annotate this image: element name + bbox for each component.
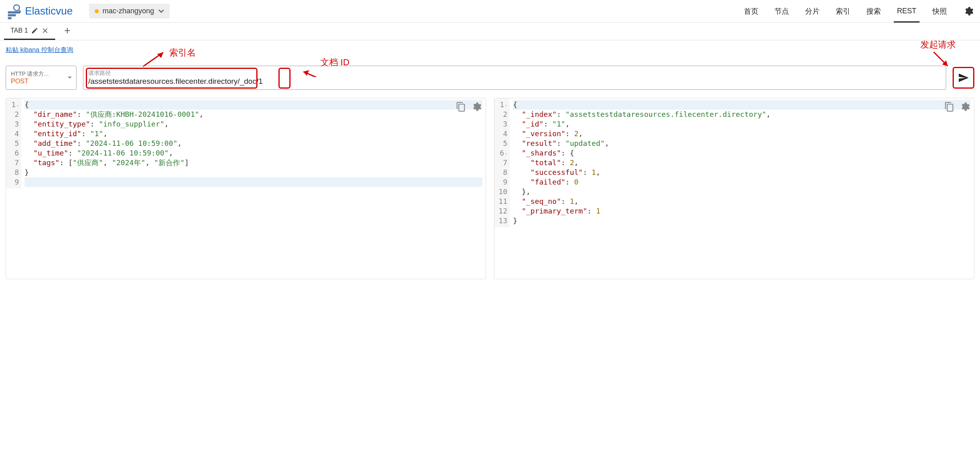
app-header: Elasticvue mac-zhangyong 首页 节点 分片 索引 搜索 …	[0, 0, 980, 23]
cluster-selector[interactable]: mac-zhangyong	[89, 4, 170, 19]
line-gutter: 1 ⌄23456 ⌄78910111213	[494, 98, 510, 227]
send-request-button[interactable]	[953, 67, 974, 89]
chevron-down-icon	[158, 9, 164, 13]
add-tab-button[interactable]	[63, 26, 71, 37]
request-row: HTTP 请求方... POST 请求路径	[6, 66, 974, 90]
http-method-select[interactable]: HTTP 请求方... POST	[6, 66, 77, 90]
response-body-editor[interactable]: 1 ⌄23456 ⌄78910111213 { "_index": "asset…	[494, 98, 974, 279]
nav-search[interactable]: 搜索	[866, 1, 881, 22]
nav-home[interactable]: 首页	[744, 1, 758, 22]
app-logo-icon	[6, 3, 21, 19]
send-icon	[958, 72, 969, 83]
nav-rest[interactable]: REST	[897, 1, 916, 21]
copy-icon[interactable]	[456, 102, 466, 112]
cluster-status-dot-icon	[95, 9, 99, 13]
code-area: { "dir_name": "供应商:KHBH-20241016-0001", …	[21, 98, 486, 189]
main-area: 粘贴 kibana 控制台查询 索引名 文档 ID 发起请求 HTTP 请求方.…	[0, 40, 980, 285]
nav-indices[interactable]: 索引	[836, 1, 850, 22]
close-icon[interactable]	[42, 27, 49, 34]
annotation-index-name: 索引名	[169, 47, 196, 59]
request-path-field[interactable]: 请求路径	[83, 66, 946, 90]
app-name: Elasticvue	[25, 5, 73, 17]
gear-icon[interactable]	[959, 102, 970, 112]
line-gutter: 1 ⌄23456789	[6, 98, 21, 189]
cluster-name: mac-zhangyong	[103, 7, 154, 15]
pencil-icon[interactable]	[31, 27, 38, 34]
caret-down-icon	[67, 76, 72, 79]
request-body-editor[interactable]: 1 ⌄23456789 { "dir_name": "供应商:KHBH-2024…	[6, 98, 486, 279]
method-label: HTTP 请求方...	[11, 71, 71, 78]
tab-1[interactable]: TAB 1	[4, 23, 55, 40]
nav-items: 首页 节点 分片 索引 搜索 REST 快照	[744, 1, 974, 22]
nav-snapshots[interactable]: 快照	[932, 1, 947, 22]
plus-icon	[63, 27, 71, 35]
copy-icon[interactable]	[944, 102, 955, 112]
tabs-bar: TAB 1	[0, 23, 980, 40]
code-area: { "_index": "assetstestdataresources.fil…	[510, 98, 974, 227]
nav-shards[interactable]: 分片	[805, 1, 820, 22]
editors-row: 1 ⌄23456789 { "dir_name": "供应商:KHBH-2024…	[6, 98, 974, 279]
svg-point-0	[14, 4, 19, 10]
kibana-paste-link[interactable]: 粘贴 kibana 控制台查询	[6, 46, 73, 53]
nav-nodes[interactable]: 节点	[774, 1, 789, 22]
path-label: 请求路径	[88, 70, 941, 77]
request-path-input[interactable]	[88, 77, 941, 86]
method-value: POST	[11, 78, 71, 85]
gear-icon[interactable]	[963, 6, 974, 17]
logo-area: Elasticvue	[6, 3, 73, 19]
annotation-send-request: 发起请求	[920, 39, 956, 51]
tab-label: TAB 1	[10, 27, 28, 34]
gear-icon[interactable]	[471, 102, 482, 112]
